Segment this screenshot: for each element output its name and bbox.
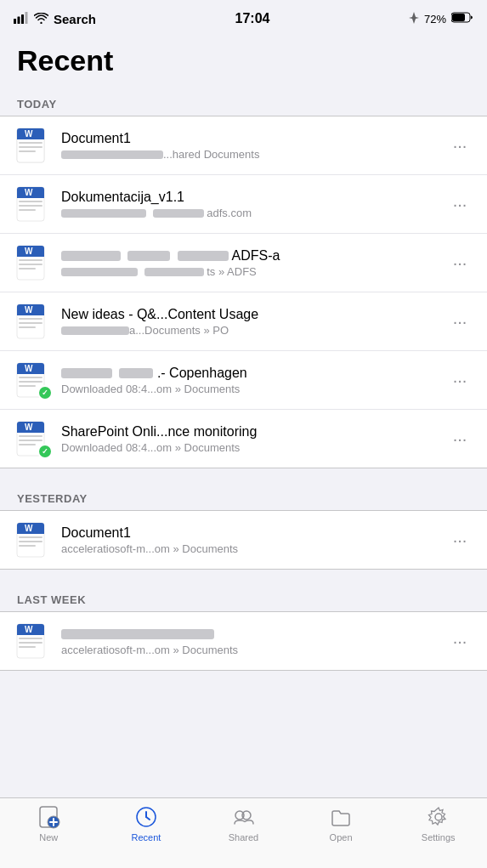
more-button[interactable]: ···	[446, 366, 473, 394]
list-item[interactable]: W New ideas - Q&...Content Usage a...Doc…	[0, 292, 487, 351]
content-area: TODAY W	[0, 91, 487, 747]
tab-new[interactable]: New	[0, 805, 98, 842]
blurred-path	[61, 268, 138, 276]
tab-settings-label: Settings	[422, 832, 456, 842]
today-section: TODAY W	[0, 91, 487, 468]
item-path: Downloaded 08:4...om » Documents	[61, 383, 446, 395]
file-icon-adfs: W	[14, 244, 51, 281]
item-info-doc1: Document1 ...hared Documents	[61, 131, 446, 161]
svg-rect-2	[21, 14, 24, 24]
svg-rect-38	[19, 322, 42, 324]
svg-rect-1	[18, 16, 20, 24]
blurred-name	[61, 368, 112, 378]
item-path: acceleratiosoft-m...om » Documents	[61, 542, 446, 555]
svg-rect-17	[19, 146, 42, 148]
svg-text:W: W	[25, 625, 33, 634]
shared-icon	[231, 805, 255, 829]
svg-text:W: W	[25, 364, 33, 373]
more-button[interactable]: ···	[446, 308, 473, 335]
file-icon-dok: W	[14, 185, 51, 223]
settings-icon	[427, 805, 450, 829]
svg-rect-65	[19, 638, 42, 639]
more-button[interactable]: ···	[446, 132, 473, 159]
list-item[interactable]: W SharePoint Onli...nce monitoring Downl…	[0, 410, 487, 468]
file-icon-lastitem: W	[14, 622, 51, 660]
blurred-path	[61, 326, 129, 335]
more-button[interactable]: ···	[446, 627, 473, 655]
svg-rect-46	[19, 385, 36, 387]
more-button[interactable]: ···	[446, 249, 473, 276]
svg-rect-16	[19, 142, 42, 144]
svg-rect-58	[19, 536, 42, 538]
item-name: Document1	[61, 525, 446, 541]
svg-text:W: W	[25, 524, 33, 533]
blurred-name	[61, 251, 121, 261]
lastweek-section: LAST WEEK W	[0, 587, 487, 671]
item-name	[61, 627, 446, 642]
list-item[interactable]: W Dokumentacija_v1.1 adfs.com ···	[0, 175, 487, 234]
section-gap	[0, 570, 487, 587]
svg-rect-66	[19, 642, 42, 644]
svg-rect-31	[19, 264, 42, 265]
page-header: Recent	[0, 37, 487, 91]
tab-recent[interactable]: Recent	[98, 805, 195, 842]
file-icon-newideas: W	[14, 303, 51, 340]
tab-new-label: New	[39, 832, 58, 842]
list-item[interactable]: W Document1 acceleratiosoft-m...om » Doc…	[0, 511, 487, 569]
tab-shared[interactable]: Shared	[195, 805, 292, 842]
status-carrier: Search	[14, 12, 96, 26]
item-name: ADFS-a	[61, 248, 446, 264]
svg-rect-30	[19, 259, 42, 261]
svg-rect-3	[25, 12, 28, 24]
list-item[interactable]: W W	[0, 116, 487, 175]
svg-point-78	[435, 814, 442, 820]
svg-rect-32	[19, 268, 36, 269]
lastweek-header: LAST WEEK	[0, 587, 487, 611]
svg-text:W: W	[25, 247, 33, 256]
svg-rect-53	[19, 444, 36, 445]
more-button[interactable]: ···	[446, 190, 473, 218]
new-icon	[37, 805, 60, 829]
list-item[interactable]: W ADFS-a ts » ADFS	[0, 234, 487, 292]
item-path: Downloaded 08:4...om » Documents	[61, 441, 446, 454]
item-name: SharePoint Onli...nce monitoring	[61, 424, 446, 440]
svg-rect-59	[19, 541, 42, 542]
item-name: Dokumentacija_v1.1	[61, 190, 446, 205]
blurred-path	[61, 209, 146, 218]
svg-rect-5	[452, 14, 465, 21]
tab-open[interactable]: Open	[292, 805, 390, 842]
svg-rect-0	[14, 19, 16, 24]
signal-icon	[14, 12, 29, 26]
downloaded-badge	[37, 385, 53, 400]
svg-text:W: W	[25, 129, 33, 139]
battery-label: 72%	[424, 13, 446, 26]
blurred-path	[153, 209, 204, 218]
svg-text:W: W	[25, 188, 33, 197]
recent-icon	[134, 805, 158, 829]
tab-settings[interactable]: Settings	[389, 805, 487, 842]
blurred-name	[178, 251, 229, 261]
item-info-lastitem: acceleratiosoft-m...om » Documents	[61, 627, 446, 656]
downloaded-badge	[37, 444, 53, 459]
svg-line-75	[146, 817, 150, 820]
open-icon	[329, 805, 353, 829]
status-time: 17:04	[235, 11, 270, 26]
more-button[interactable]: ···	[446, 425, 473, 452]
blurred-name	[127, 251, 170, 261]
item-info-doc1y: Document1 acceleratiosoft-m...om » Docum…	[61, 525, 446, 555]
svg-rect-37	[19, 318, 42, 320]
today-list: W W	[0, 116, 487, 468]
list-item[interactable]: W .- Copenhagen Downloaded 08:4...om » D…	[0, 351, 487, 410]
svg-rect-23	[19, 201, 42, 202]
yesterday-header: YESTERDAY	[0, 485, 487, 510]
yesterday-list: W Document1 acceleratiosoft-m...om » Doc…	[0, 510, 487, 570]
tab-bar: New Recent Shared Open	[0, 797, 487, 868]
more-button[interactable]: ···	[446, 526, 473, 553]
item-path: a...Documents » PO	[61, 324, 446, 337]
list-item[interactable]: W acceleratiosoft-m...om » Documents ···	[0, 612, 487, 670]
svg-rect-25	[19, 209, 36, 211]
svg-rect-52	[19, 440, 42, 441]
svg-rect-60	[19, 545, 36, 547]
blurred-path	[144, 268, 204, 276]
status-bar: Search 17:04 72%	[0, 0, 487, 37]
